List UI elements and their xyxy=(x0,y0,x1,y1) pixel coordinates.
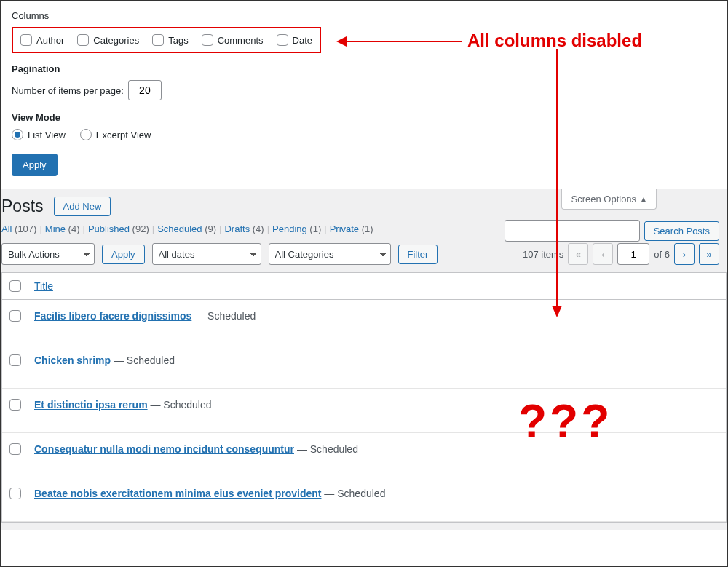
table-row: Consequatur nulla modi nemo incidunt con… xyxy=(2,433,726,477)
row-checkbox[interactable] xyxy=(9,488,21,499)
main-area: Screen Options ▲ Posts Add New All (107)… xyxy=(1,189,727,530)
table-row: Chicken shrimp — Scheduled xyxy=(2,344,726,389)
post-title-link[interactable]: Chicken shrimp xyxy=(34,354,111,366)
items-count: 107 items xyxy=(523,249,563,260)
row-checkbox[interactable] xyxy=(9,443,21,455)
table-row: Et distinctio ipsa rerum — Scheduled xyxy=(2,389,726,433)
search-row: Search Posts xyxy=(505,220,719,242)
col-check-categories[interactable]: Categories xyxy=(77,34,139,46)
col-check-tags[interactable]: Tags xyxy=(152,34,188,46)
categories-select[interactable]: All Categories xyxy=(269,243,391,265)
row-checkbox[interactable] xyxy=(9,354,21,366)
checkbox-comments[interactable] xyxy=(202,34,213,46)
row-checkbox[interactable] xyxy=(9,310,21,322)
title-column-header[interactable]: Title xyxy=(34,280,53,292)
pagination-row: Number of items per page: xyxy=(12,80,716,100)
radio-excerpt-view[interactable]: Excerpt View xyxy=(80,129,151,140)
search-input[interactable] xyxy=(505,220,640,242)
post-title-link[interactable]: Et distinctio ipsa rerum xyxy=(34,399,148,411)
checkbox-date[interactable] xyxy=(277,34,288,46)
post-title-link[interactable]: Beatae nobis exercitationem minima eius … xyxy=(34,488,321,499)
view-mode-row: List View Excerpt View xyxy=(12,129,716,140)
pager-of-text: of 6 xyxy=(654,249,670,260)
table-row: Facilis libero facere dignissimos — Sche… xyxy=(2,300,726,344)
screen-options-tab[interactable]: Screen Options ▲ xyxy=(561,189,657,210)
filter-link-drafts[interactable]: Drafts xyxy=(224,223,250,234)
bulk-actions-select[interactable]: Bulk Actions xyxy=(1,243,95,265)
table-row: Beatae nobis exercitationem minima eius … xyxy=(2,477,726,522)
page-title: Posts xyxy=(1,197,44,216)
filter-link-published[interactable]: Published xyxy=(88,223,130,234)
col-check-author[interactable]: Author xyxy=(20,34,64,46)
post-status: — Scheduled xyxy=(294,443,358,455)
col-check-comments[interactable]: Comments xyxy=(202,34,264,46)
post-status: — Scheduled xyxy=(111,354,175,366)
select-all-checkbox[interactable] xyxy=(9,280,21,292)
filter-link-private[interactable]: Private xyxy=(330,223,359,234)
filter-link-all[interactable]: All xyxy=(1,223,12,234)
checkbox-categories[interactable] xyxy=(77,34,89,46)
pager-page-input[interactable] xyxy=(617,243,649,265)
pagination-label: Pagination xyxy=(12,63,716,74)
filter-link-mine[interactable]: Mine xyxy=(45,223,66,234)
posts-table: Title Facilis libero facere dignissimos … xyxy=(1,272,727,523)
filter-button[interactable]: Filter xyxy=(398,245,438,264)
post-title-link[interactable]: Facilis libero facere dignissimos xyxy=(34,310,191,322)
dates-select[interactable]: All dates xyxy=(152,243,261,265)
pager-prev-button: ‹ xyxy=(593,243,613,265)
columns-checkbox-row: Author Categories Tags Comments Date xyxy=(12,27,321,53)
checkbox-tags[interactable] xyxy=(152,34,164,46)
pager: 107 items « ‹ of 6 › » xyxy=(523,243,719,265)
post-title-link[interactable]: Consequatur nulla modi nemo incidunt con… xyxy=(34,443,294,455)
post-status: — Scheduled xyxy=(321,488,385,499)
radio-list-input[interactable] xyxy=(12,129,23,140)
toolbar: Bulk Actions Apply All dates All Categor… xyxy=(1,243,727,272)
filter-link-pending[interactable]: Pending xyxy=(272,223,307,234)
radio-excerpt-input[interactable] xyxy=(80,129,92,140)
chevron-up-icon: ▲ xyxy=(640,195,647,203)
add-new-button[interactable]: Add New xyxy=(54,197,111,216)
columns-label: Columns xyxy=(12,10,716,21)
annotation-columns-disabled: All columns disabled xyxy=(467,31,642,51)
search-button[interactable]: Search Posts xyxy=(644,221,719,241)
apply-screen-options-button[interactable]: Apply xyxy=(12,154,58,176)
pager-next-button[interactable]: › xyxy=(674,243,695,265)
annotation-question-marks: ??? xyxy=(518,394,612,448)
pager-last-button[interactable]: » xyxy=(699,243,719,265)
bulk-apply-button[interactable]: Apply xyxy=(102,245,145,264)
radio-list-view[interactable]: List View xyxy=(12,129,66,140)
row-checkbox[interactable] xyxy=(9,399,21,411)
items-per-page-label: Number of items per page: xyxy=(12,85,124,96)
table-header: Title xyxy=(2,273,726,300)
col-check-date[interactable]: Date xyxy=(277,34,312,46)
post-status: — Scheduled xyxy=(148,399,212,411)
pager-first-button: « xyxy=(568,243,588,265)
items-per-page-input[interactable] xyxy=(128,80,162,100)
filter-link-scheduled[interactable]: Scheduled xyxy=(157,223,202,234)
view-mode-label: View Mode xyxy=(12,112,716,123)
checkbox-author[interactable] xyxy=(20,34,32,46)
screen-options-panel: Columns Author Categories Tags Comments … xyxy=(1,1,727,189)
post-status: — Scheduled xyxy=(191,310,256,322)
